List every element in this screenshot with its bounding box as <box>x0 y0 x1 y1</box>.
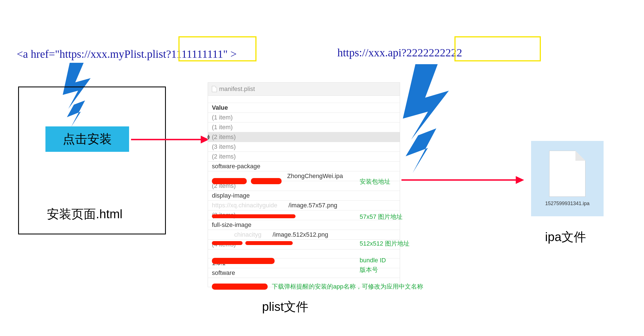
svg-marker-7 <box>516 176 524 184</box>
plist-filename-header: manifest.plist <box>208 83 400 96</box>
plist-value-img512: chinacityg /image.512x512.png <box>208 230 400 240</box>
note-appname: 下载弹框提醒的安装的app名称，可修改为应用中文名称 <box>272 282 423 291</box>
plist-row: (2 items) <box>208 152 400 162</box>
highlight-box-right <box>454 36 541 61</box>
plist-key-display-image: display-image <box>208 191 400 201</box>
arrow-html-to-plist <box>131 134 209 145</box>
svg-marker-3 <box>406 128 436 173</box>
plist-filename: manifest.plist <box>219 85 255 93</box>
plist-key-full-size-image: full-size-image <box>208 220 400 230</box>
note-version: 版本号 <box>360 266 378 274</box>
plist-caption: plist文件 <box>262 299 308 315</box>
plist-value-header: Value <box>208 103 400 113</box>
plist-row-selected[interactable]: ▲▼ (2 items) <box>208 132 400 142</box>
note-bundle-id: bundle ID <box>360 257 386 264</box>
redaction-mark <box>212 284 268 290</box>
redaction-mark <box>245 241 293 245</box>
plist-row: (1 item) <box>208 123 400 132</box>
install-page-box: 点击安装 安装页面.html <box>18 87 166 234</box>
stepper-icon: ▲▼ <box>206 134 211 140</box>
redaction-mark <box>251 178 282 184</box>
lightning-bolt-right <box>396 64 452 173</box>
ipa-caption: ipa文件 <box>545 229 586 245</box>
note-img512: 512x512 图片地址 <box>360 239 410 248</box>
install-page-caption: 安装页面.html <box>47 206 122 222</box>
plist-row: (1 item) <box>208 113 400 123</box>
redaction-mark <box>212 214 296 218</box>
plist-value-img57: https://xq.chinacityguide /image.57x57.p… <box>208 201 400 210</box>
redaction-mark <box>212 178 247 184</box>
plist-key-software-package: software-package <box>208 162 400 171</box>
ipa-file-tile[interactable]: 1527599931341.ipa <box>531 141 604 216</box>
redaction-mark <box>212 258 275 264</box>
document-icon <box>212 86 217 92</box>
plist-row: (3 items) <box>208 142 400 152</box>
redaction-mark <box>212 241 243 245</box>
note-img57: 57x57 图片地址 <box>360 213 403 221</box>
highlight-box-left <box>178 36 256 61</box>
file-icon <box>549 151 585 197</box>
href-text-right: https://xxx.api?2222222222 <box>337 46 462 59</box>
svg-marker-2 <box>403 64 449 140</box>
install-button[interactable]: 点击安装 <box>45 126 129 152</box>
ipa-filename: 1527599931341.ipa <box>545 201 589 207</box>
arrow-plist-to-ipa <box>401 174 524 186</box>
note-pkg-address: 安装包地址 <box>360 177 390 186</box>
